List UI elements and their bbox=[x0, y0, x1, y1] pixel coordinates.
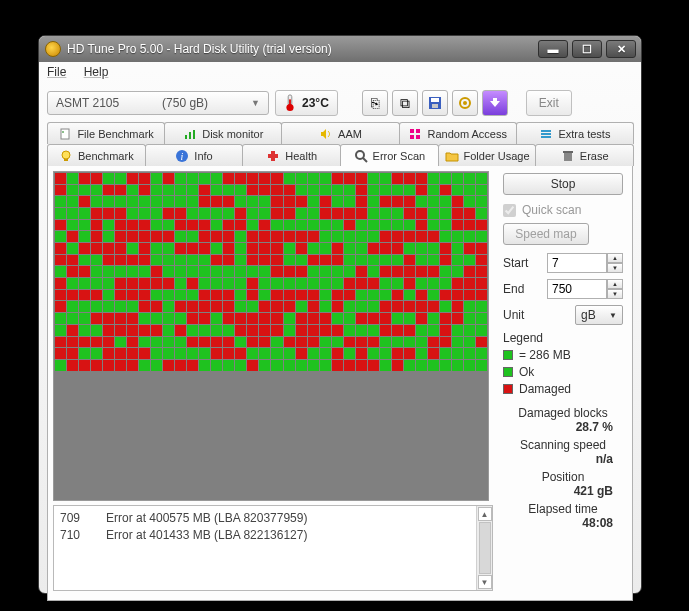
start-input[interactable] bbox=[547, 253, 607, 273]
map-block bbox=[235, 430, 246, 441]
tab-info[interactable]: iInfo bbox=[145, 144, 244, 166]
temperature-display: 23°C bbox=[275, 90, 338, 116]
titlebar[interactable]: HD Tune Pro 5.00 - Hard Disk Utility (tr… bbox=[39, 36, 641, 62]
map-block bbox=[332, 325, 343, 336]
map-block bbox=[199, 290, 210, 301]
close-button[interactable]: ✕ bbox=[606, 40, 636, 58]
log-scrollbar[interactable]: ▲ ▼ bbox=[476, 506, 492, 590]
map-block bbox=[79, 477, 90, 488]
map-block bbox=[380, 418, 391, 429]
map-block bbox=[380, 231, 391, 242]
tab-erase[interactable]: Erase bbox=[535, 144, 634, 166]
map-block bbox=[223, 407, 234, 418]
map-block bbox=[91, 196, 102, 207]
map-block bbox=[127, 290, 138, 301]
map-block bbox=[380, 255, 391, 266]
tab-folder-usage[interactable]: Folder Usage bbox=[438, 144, 537, 166]
svg-rect-18 bbox=[541, 133, 551, 135]
drive-select[interactable]: ASMT 2105 (750 gB) ▼ bbox=[47, 91, 269, 115]
map-block bbox=[91, 407, 102, 418]
tab-error-scan[interactable]: Error Scan bbox=[340, 144, 439, 166]
map-block bbox=[151, 325, 162, 336]
scroll-up-icon[interactable]: ▲ bbox=[478, 507, 492, 521]
stop-button[interactable]: Stop bbox=[503, 173, 623, 195]
scroll-down-icon[interactable]: ▼ bbox=[478, 575, 492, 589]
map-block bbox=[259, 418, 270, 429]
menu-file[interactable]: File bbox=[47, 65, 66, 79]
end-spinner[interactable]: ▲▼ bbox=[607, 279, 623, 299]
map-block bbox=[428, 243, 439, 254]
map-block bbox=[332, 407, 343, 418]
save-icon[interactable] bbox=[422, 90, 448, 116]
map-block bbox=[428, 488, 439, 499]
menu-help[interactable]: Help bbox=[84, 65, 109, 79]
map-block bbox=[139, 243, 150, 254]
maximize-button[interactable]: ☐ bbox=[572, 40, 602, 58]
map-block bbox=[320, 243, 331, 254]
tab-extra-tests[interactable]: Extra tests bbox=[516, 122, 634, 144]
map-block bbox=[404, 278, 415, 289]
map-block bbox=[428, 220, 439, 231]
map-block bbox=[175, 185, 186, 196]
map-block bbox=[320, 477, 331, 488]
map-block bbox=[79, 453, 90, 464]
map-block bbox=[79, 220, 90, 231]
map-block bbox=[247, 337, 258, 348]
map-block bbox=[356, 418, 367, 429]
map-block bbox=[151, 266, 162, 277]
tab-health[interactable]: Health bbox=[242, 144, 341, 166]
map-block bbox=[404, 231, 415, 242]
map-block bbox=[308, 313, 319, 324]
map-block bbox=[235, 442, 246, 453]
minimize-button[interactable]: ▬ bbox=[538, 40, 568, 58]
map-block bbox=[115, 337, 126, 348]
map-block bbox=[139, 255, 150, 266]
tab-random-access[interactable]: Random Access bbox=[399, 122, 517, 144]
map-block bbox=[332, 337, 343, 348]
map-block bbox=[464, 372, 475, 383]
tab-aam[interactable]: AAM bbox=[281, 122, 399, 144]
svg-rect-2 bbox=[289, 99, 291, 106]
map-block bbox=[284, 418, 295, 429]
map-block bbox=[368, 407, 379, 418]
svg-line-27 bbox=[363, 158, 367, 162]
map-block bbox=[187, 383, 198, 394]
start-spinner[interactable]: ▲▼ bbox=[607, 253, 623, 273]
tab-disk-monitor[interactable]: Disk monitor bbox=[164, 122, 282, 144]
map-block bbox=[151, 395, 162, 406]
map-block bbox=[91, 185, 102, 196]
map-block bbox=[392, 231, 403, 242]
map-block bbox=[296, 453, 307, 464]
map-block bbox=[476, 372, 487, 383]
tab-benchmark[interactable]: Benchmark bbox=[47, 144, 146, 166]
map-block bbox=[103, 231, 114, 242]
copy-multi-icon[interactable]: ⧉ bbox=[392, 90, 418, 116]
map-block bbox=[247, 301, 258, 312]
scroll-thumb[interactable] bbox=[479, 522, 491, 574]
map-block bbox=[55, 313, 66, 324]
map-block bbox=[368, 337, 379, 348]
copy-icon[interactable]: ⎘ bbox=[362, 90, 388, 116]
exit-button[interactable]: Exit bbox=[526, 90, 572, 116]
map-block bbox=[380, 442, 391, 453]
tab-file-benchmark[interactable]: File Benchmark bbox=[47, 122, 165, 144]
options-icon[interactable] bbox=[452, 90, 478, 116]
end-input[interactable] bbox=[547, 279, 607, 299]
map-block bbox=[151, 430, 162, 441]
map-block bbox=[151, 407, 162, 418]
quick-scan-input[interactable] bbox=[503, 204, 516, 217]
down-arrow-icon[interactable] bbox=[482, 90, 508, 116]
map-block bbox=[187, 430, 198, 441]
map-block bbox=[296, 185, 307, 196]
map-block bbox=[235, 465, 246, 476]
map-block bbox=[296, 208, 307, 219]
speed-map-button[interactable]: Speed map bbox=[503, 223, 589, 245]
map-block bbox=[440, 442, 451, 453]
quick-scan-checkbox[interactable]: Quick scan bbox=[503, 203, 623, 217]
map-block bbox=[271, 372, 282, 383]
map-block bbox=[368, 185, 379, 196]
map-block bbox=[259, 208, 270, 219]
map-block bbox=[163, 372, 174, 383]
map-block bbox=[151, 442, 162, 453]
unit-select[interactable]: gB ▼ bbox=[575, 305, 623, 325]
